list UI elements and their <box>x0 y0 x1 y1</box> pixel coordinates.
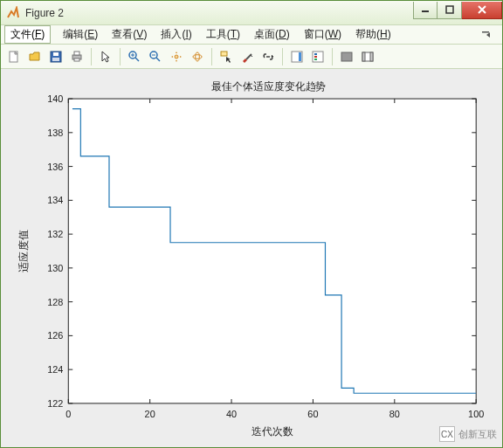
svg-rect-8 <box>74 52 79 55</box>
svg-rect-9 <box>74 59 79 61</box>
axes-box <box>68 99 476 403</box>
svg-rect-30 <box>362 52 365 61</box>
svg-text:140: 140 <box>47 93 63 104</box>
svg-text:122: 122 <box>47 398 63 409</box>
close-button[interactable] <box>462 2 502 19</box>
svg-point-18 <box>193 54 202 59</box>
brush-icon[interactable] <box>238 47 257 66</box>
svg-rect-20 <box>221 52 227 56</box>
axes[interactable]: 最佳个体适应度变化趋势 020406080100 122124126128130… <box>11 74 492 442</box>
svg-text:136: 136 <box>47 162 63 172</box>
zoom-in-icon[interactable] <box>125 47 144 66</box>
svg-point-19 <box>196 52 200 61</box>
svg-text:40: 40 <box>226 409 237 419</box>
svg-text:60: 60 <box>307 409 318 419</box>
svg-rect-5 <box>53 52 59 56</box>
figure-canvas: 最佳个体适应度变化趋势 020406080100 122124126128130… <box>1 69 502 447</box>
zoom-out-icon[interactable] <box>146 47 165 66</box>
hide-plot-tools-icon[interactable] <box>337 47 356 66</box>
svg-rect-6 <box>52 58 59 61</box>
menu-insert[interactable]: 插入(I) <box>154 26 198 43</box>
maximize-button[interactable] <box>438 2 462 19</box>
menu-file[interactable]: 文件(F) <box>4 25 51 44</box>
chart-title: 最佳个体适应度变化趋势 <box>211 80 326 93</box>
svg-rect-28 <box>341 52 352 61</box>
data-cursor-icon[interactable] <box>217 47 236 66</box>
menu-edit[interactable]: 编辑(E) <box>56 26 105 43</box>
svg-text:126: 126 <box>47 330 63 341</box>
menu-desktop[interactable]: 桌面(D) <box>247 26 297 43</box>
svg-line-15 <box>156 58 160 61</box>
svg-rect-1 <box>446 6 453 13</box>
minimize-button[interactable] <box>413 2 438 19</box>
figure-window: Figure 2 文件(F) 编辑(E) 查看(V) 插入(I) 工具(T) 桌… <box>0 0 503 448</box>
svg-rect-24 <box>313 52 323 62</box>
svg-rect-2 <box>482 31 489 33</box>
window-title: Figure 2 <box>25 7 413 19</box>
svg-text:134: 134 <box>47 195 63 205</box>
chart-svg: 最佳个体适应度变化趋势 020406080100 122124126128130… <box>11 74 492 442</box>
toolbar <box>1 45 502 69</box>
open-folder-icon[interactable] <box>25 47 45 66</box>
menubar: 文件(F) 编辑(E) 查看(V) 插入(I) 工具(T) 桌面(D) 窗口(W… <box>1 25 502 45</box>
svg-text:100: 100 <box>468 409 484 419</box>
svg-rect-23 <box>299 52 301 61</box>
menu-view[interactable]: 查看(V) <box>105 26 154 43</box>
menu-help[interactable]: 帮助(H) <box>348 26 398 43</box>
svg-rect-31 <box>370 52 373 61</box>
show-plot-tools-icon[interactable] <box>358 47 377 66</box>
menu-tools[interactable]: 工具(T) <box>199 26 247 43</box>
svg-text:80: 80 <box>389 409 400 419</box>
svg-text:130: 130 <box>47 263 63 273</box>
new-file-icon[interactable] <box>4 47 24 66</box>
titlebar: Figure 2 <box>1 1 502 25</box>
link-icon[interactable] <box>258 47 278 66</box>
rotate-3d-icon[interactable] <box>188 47 207 66</box>
pan-icon[interactable] <box>167 47 186 66</box>
svg-text:138: 138 <box>47 128 63 138</box>
x-axis-label: 迭代次数 <box>252 425 293 438</box>
svg-text:128: 128 <box>47 297 63 307</box>
svg-text:124: 124 <box>47 364 63 375</box>
svg-line-11 <box>135 58 139 61</box>
svg-text:132: 132 <box>47 229 63 239</box>
legend-icon[interactable] <box>308 47 327 66</box>
pointer-icon[interactable] <box>96 47 115 66</box>
print-icon[interactable] <box>67 47 86 66</box>
matlab-app-icon <box>6 6 20 20</box>
svg-text:20: 20 <box>145 409 155 419</box>
svg-text:0: 0 <box>65 409 71 419</box>
colorbar-icon[interactable] <box>287 47 307 66</box>
menu-overflow-icon[interactable] <box>476 28 499 41</box>
window-buttons <box>413 2 502 19</box>
svg-point-17 <box>175 55 178 59</box>
menu-window[interactable]: 窗口(W) <box>297 26 348 43</box>
save-icon[interactable] <box>46 47 65 66</box>
y-axis-label: 适应度值 <box>17 230 30 272</box>
